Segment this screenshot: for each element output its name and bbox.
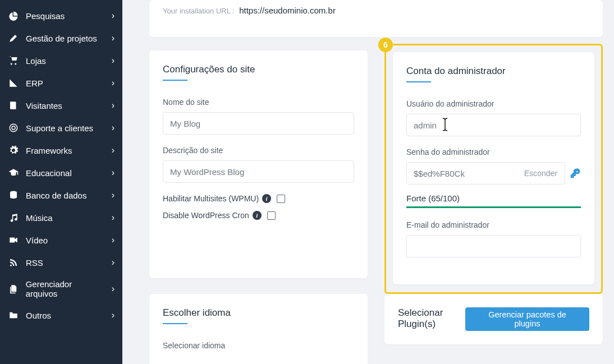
plugins-title: Selecionar Plugin(s) <box>398 307 454 330</box>
chevron-right-icon: › <box>112 79 114 87</box>
install-url-card: Your installation URL : https://seudomin… <box>149 0 603 37</box>
admin-user-label: Usuário do administrador <box>406 99 581 108</box>
sidebar-item-video[interactable]: Vídeo › <box>0 229 122 251</box>
music-icon <box>8 212 19 223</box>
sidebar-item-pesquisas[interactable]: Pesquisas › <box>0 4 122 27</box>
site-settings-title: Configurações do site <box>163 64 354 75</box>
sidebar-item-label: Visitantes <box>26 101 62 110</box>
site-desc-input[interactable] <box>163 160 354 183</box>
section-underline <box>406 81 431 82</box>
admin-account-card: Conta do administrador Usuário do admini… <box>393 52 594 284</box>
book-icon <box>8 100 19 111</box>
sidebar-item-label: Gestão de projetos <box>26 34 97 43</box>
admin-email-input[interactable] <box>406 235 581 257</box>
database-icon <box>8 190 19 201</box>
site-desc-label: Descrição do site <box>163 146 354 155</box>
chevron-right-icon: › <box>112 56 114 65</box>
edit-icon <box>8 33 19 44</box>
cron-label: Disable WordPress Cron <box>163 211 249 220</box>
sidebar-item-erp[interactable]: ERP › <box>0 72 122 94</box>
cart-icon <box>8 55 19 66</box>
site-settings-card: Configurações do site Nome do site Descr… <box>149 50 368 278</box>
section-underline <box>163 80 187 81</box>
info-icon[interactable]: i <box>262 194 271 203</box>
pw-hide-toggle[interactable]: Esconder <box>524 169 557 178</box>
chevron-right-icon: › <box>112 11 114 20</box>
sidebar-item-visitantes[interactable]: Visitantes › <box>0 94 122 117</box>
sidebar-item-label: Banco de dados <box>26 191 86 200</box>
sidebar-item-label: Música <box>26 213 53 223</box>
sidebar-item-outros[interactable]: Outros › <box>0 304 122 326</box>
gear-icon <box>8 145 19 156</box>
manage-plugins-button[interactable]: Gerenciar pacotes de plugins <box>465 307 589 331</box>
cron-checkbox[interactable] <box>267 211 276 220</box>
graduation-icon <box>8 167 19 178</box>
install-url-label: Your installation URL : <box>163 7 235 15</box>
chevron-right-icon: › <box>112 258 114 267</box>
svg-point-1 <box>12 126 15 130</box>
admin-user-input[interactable] <box>406 114 581 136</box>
sidebar-item-label: RSS <box>26 258 43 268</box>
sidebar-item-musica[interactable]: Música › <box>0 206 122 229</box>
info-icon[interactable]: i <box>253 211 262 220</box>
chevron-right-icon: › <box>112 311 114 320</box>
admin-email-label: E-mail do administrador <box>406 220 581 229</box>
highlight-step-6: 6 Conta do administrador Usuário do admi… <box>384 44 603 294</box>
sidebar-item-gestao-projetos[interactable]: Gestão de projetos › <box>0 27 122 49</box>
bar-chart-icon <box>8 77 19 89</box>
sidebar-item-banco-dados[interactable]: Banco de dados › <box>0 184 122 206</box>
chevron-right-icon: › <box>112 101 114 110</box>
main-content: Your installation URL : https://seudomin… <box>122 0 614 364</box>
sidebar-item-label: Gerenciador arquivos <box>26 279 105 298</box>
sidebar-item-label: Educacional <box>26 168 72 178</box>
language-select-label: Selecionar idioma <box>163 341 354 350</box>
multisite-label: Habilitar Multisites (WPMU) <box>163 194 259 203</box>
sidebar-item-educacional[interactable]: Educacional › <box>0 162 122 184</box>
admin-account-title: Conta do administrador <box>406 66 581 77</box>
sidebar-item-rss[interactable]: RSS › <box>0 251 122 274</box>
language-card: Escolher idioma Selecionar idioma <box>149 294 368 364</box>
sidebar-item-label: Outros <box>26 311 51 320</box>
admin-pw-label: Senha do administrador <box>406 148 581 156</box>
pw-strength-bar <box>406 206 581 208</box>
key-icon[interactable] <box>570 168 581 179</box>
sidebar-item-label: ERP <box>26 79 43 88</box>
chevron-right-icon: › <box>112 146 114 155</box>
pw-strength-text: Forte (65/100) <box>406 193 581 203</box>
install-url-value: https://seudominio.com.br <box>239 6 336 15</box>
step-badge: 6 <box>378 38 393 52</box>
chevron-right-icon: › <box>112 34 114 43</box>
pie-chart-icon <box>8 10 19 21</box>
chevron-right-icon: › <box>112 191 114 200</box>
files-icon <box>8 283 19 294</box>
sidebar-item-label: Suporte a clientes <box>26 123 93 133</box>
multisite-checkbox[interactable] <box>277 195 285 203</box>
video-icon <box>8 234 19 246</box>
life-ring-icon <box>8 122 19 133</box>
site-name-label: Nome do site <box>163 98 354 107</box>
site-name-input[interactable] <box>163 112 354 135</box>
chevron-right-icon: › <box>112 213 114 222</box>
chevron-right-icon: › <box>112 168 114 177</box>
rss-icon <box>8 257 19 268</box>
sidebar-item-lojas[interactable]: Lojas › <box>0 49 122 72</box>
chevron-right-icon: › <box>112 236 114 245</box>
sidebar: Pesquisas › Gestão de projetos › Lojas ›… <box>0 0 122 364</box>
chevron-right-icon: › <box>112 284 114 293</box>
sidebar-item-suporte[interactable]: Suporte a clientes › <box>0 117 122 139</box>
sidebar-item-label: Lojas <box>26 56 46 66</box>
plugins-card: Selecionar Plugin(s) Gerenciar pacotes d… <box>384 294 603 344</box>
section-underline <box>163 323 187 324</box>
sidebar-item-label: Pesquisas <box>26 11 65 21</box>
svg-point-0 <box>10 124 17 132</box>
language-title: Escolher idioma <box>163 307 354 319</box>
chevron-right-icon: › <box>112 123 114 132</box>
sidebar-item-frameworks[interactable]: Frameworks › <box>0 139 122 162</box>
sidebar-item-label: Vídeo <box>26 236 48 245</box>
folder-icon <box>8 310 19 321</box>
sidebar-item-gerenciador-arquivos[interactable]: Gerenciador arquivos › <box>0 274 122 304</box>
sidebar-item-label: Frameworks <box>26 146 72 155</box>
